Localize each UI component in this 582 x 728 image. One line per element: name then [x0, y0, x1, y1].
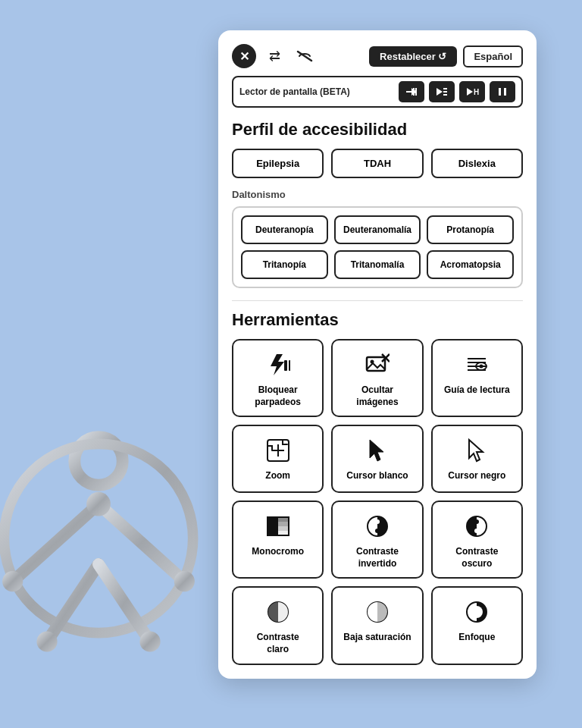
- hide-button[interactable]: [293, 44, 317, 68]
- svg-marker-41: [469, 440, 483, 461]
- screen-reader-bar: Lector de pantalla (BETA) H: [232, 76, 523, 108]
- svg-line-3: [99, 504, 184, 582]
- sr-btn-play-h[interactable]: H: [459, 81, 485, 102]
- svg-point-36: [480, 365, 483, 369]
- screen-reader-label: Lector de pantalla (BETA): [239, 86, 350, 97]
- tool-contraste-invertido[interactable]: Contrasteinvertido: [331, 500, 423, 579]
- cursor-white-icon: [367, 437, 388, 464]
- reset-button[interactable]: Restablecer ↺: [369, 46, 457, 67]
- svg-rect-27: [367, 357, 385, 371]
- tool-enfoque[interactable]: Enfoque: [431, 586, 523, 664]
- tool-monocromo[interactable]: Monocromo: [232, 500, 324, 579]
- daltonismo-grid: Deuteranopía Deuteranomalía Protanopía T…: [232, 206, 523, 288]
- svg-marker-24: [271, 354, 284, 375]
- monochrome-icon: [266, 513, 290, 540]
- top-bar: ✕ ⇄ Restablecer ↺ Español: [232, 44, 523, 68]
- svg-marker-16: [436, 88, 443, 96]
- tool-contraste-oscuro[interactable]: Contrasteoscuro: [431, 500, 523, 579]
- tool-cursor-negro[interactable]: Cursor negro: [431, 425, 523, 493]
- close-button[interactable]: ✕: [232, 44, 256, 68]
- tool-contraste-invertido-label: Contrasteinvertido: [356, 546, 399, 570]
- tool-ocultar-imagenes[interactable]: Ocultarimágenes: [331, 339, 423, 417]
- tool-contraste-claro-label: Contrasteclaro: [257, 632, 299, 655]
- tool-cursor-negro-label: Cursor negro: [448, 470, 505, 482]
- svg-point-52: [474, 519, 479, 524]
- tools-section-title: Herramientas: [232, 300, 523, 330]
- svg-line-2: [13, 504, 99, 582]
- tool-zoom[interactable]: Zoom: [232, 425, 324, 493]
- svg-rect-25: [284, 360, 287, 371]
- svg-point-1: [4, 444, 192, 632]
- tool-guia-lectura-label: Guía de lectura: [444, 384, 510, 397]
- svg-point-53: [474, 529, 479, 533]
- tool-bloquear-parpadeos[interactable]: Bloquearparpadeos: [232, 339, 324, 417]
- reading-guide-icon: [465, 351, 489, 378]
- svg-point-6: [2, 571, 23, 592]
- tool-contraste-claro[interactable]: Contrasteclaro: [232, 586, 324, 664]
- image-x-icon: [365, 351, 390, 378]
- contrast-inverted-icon: [365, 513, 390, 540]
- svg-point-50: [375, 529, 380, 533]
- tools-grid: Bloquearparpadeos Ocultarimágenes: [232, 339, 523, 665]
- tool-baja-saturacion-label: Baja saturación: [343, 632, 411, 644]
- tool-zoom-label: Zoom: [265, 470, 290, 482]
- cursor-black-icon: [466, 437, 487, 464]
- sr-btn-play-text[interactable]: [429, 81, 455, 102]
- tool-guia-lectura[interactable]: Guía de lectura: [431, 339, 523, 417]
- sr-btn-cursor[interactable]: [399, 81, 424, 102]
- profile-btn-dislexia[interactable]: Dislexia: [431, 149, 523, 178]
- tool-ocultar-imagenes-label: Ocultarimágenes: [356, 384, 398, 408]
- svg-rect-22: [499, 88, 501, 96]
- svg-point-10: [86, 492, 111, 516]
- contrast-dark-icon: [465, 513, 489, 540]
- daltonismo-acromatopsia[interactable]: Acromatopsia: [427, 250, 514, 279]
- swap-button[interactable]: ⇄: [262, 44, 286, 68]
- tool-baja-saturacion[interactable]: Baja saturación: [331, 586, 423, 664]
- svg-rect-45: [278, 526, 289, 531]
- svg-rect-23: [504, 88, 506, 96]
- daltonismo-deuteranopia[interactable]: Deuteranopía: [241, 215, 328, 244]
- svg-rect-42: [268, 517, 278, 535]
- svg-point-7: [174, 571, 195, 592]
- svg-text:H: H: [474, 88, 479, 96]
- svg-marker-40: [370, 440, 383, 461]
- focus-icon: [465, 598, 489, 626]
- svg-point-8: [36, 631, 57, 651]
- language-button[interactable]: Español: [463, 46, 523, 67]
- daltonismo-deuteranomalia[interactable]: Deuteranomalía: [334, 215, 421, 244]
- tool-contraste-oscuro-label: Contrasteoscuro: [455, 546, 498, 570]
- svg-point-49: [375, 519, 380, 524]
- daltonismo-protanopia[interactable]: Protanopía: [427, 215, 514, 244]
- daltonismo-tritanomalia[interactable]: Tritanomalía: [334, 250, 421, 279]
- accessibility-panel: ✕ ⇄ Restablecer ↺ Español Lector de pant…: [218, 30, 537, 679]
- flash-pause-icon: [266, 351, 290, 378]
- sr-btn-pause[interactable]: [490, 81, 515, 102]
- svg-point-9: [139, 631, 160, 651]
- profile-buttons-row: Epilepsia TDAH Dislexia: [232, 149, 523, 178]
- svg-rect-44: [278, 522, 289, 526]
- profile-btn-tdah[interactable]: TDAH: [331, 149, 423, 178]
- tool-cursor-blanco[interactable]: Cursor blanco: [331, 425, 423, 493]
- tool-cursor-blanco-label: Cursor blanco: [346, 470, 408, 482]
- tool-bloquear-parpadeos-label: Bloquearparpadeos: [255, 384, 301, 408]
- svg-rect-26: [289, 360, 290, 371]
- profile-btn-epilepsia[interactable]: Epilepsia: [232, 149, 324, 178]
- contrast-light-icon: [266, 598, 290, 626]
- bg-accessibility-icon: [0, 410, 227, 667]
- svg-marker-20: [467, 88, 473, 96]
- low-saturation-icon: [365, 598, 390, 626]
- tool-monocromo-label: Monocromo: [252, 546, 304, 558]
- tool-enfoque-label: Enfoque: [458, 632, 495, 644]
- daltonismo-tritanopia[interactable]: Tritanopía: [241, 250, 328, 279]
- zoom-icon: [266, 437, 290, 464]
- profile-section-title: Perfil de accesibilidad: [232, 120, 523, 140]
- daltonismo-label: Daltonismo: [232, 189, 523, 200]
